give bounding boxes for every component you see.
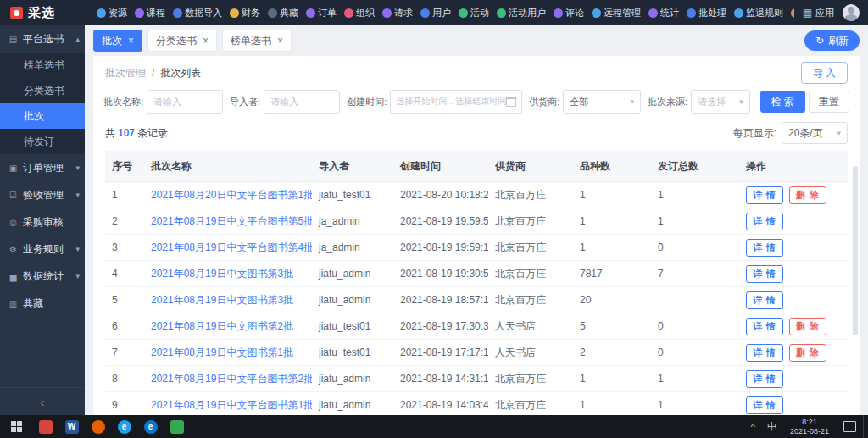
green-app-icon[interactable]	[164, 415, 190, 438]
supplier-select[interactable]: 全部 ▾	[563, 90, 641, 114]
reset-button[interactable]: 重置	[809, 91, 849, 113]
batch-name-link[interactable]: 2021年08月19日中文平台图书第1批	[151, 399, 312, 411]
column-header: 序号	[105, 151, 144, 182]
sidebar-item-platform-book-selection[interactable]: ▤平台选书▴	[0, 25, 85, 53]
edge-icon[interactable]: e	[137, 415, 164, 438]
topbar-item-finance[interactable]: 财务	[230, 7, 260, 19]
show-desktop-button[interactable]	[863, 415, 868, 438]
word-icon[interactable]: W	[58, 415, 85, 438]
batch-name-link[interactable]: 2021年08月19日中文平台图书第4批	[151, 241, 312, 253]
topbar-item-label: 资源	[108, 7, 127, 19]
topbar-item-orders[interactable]: 订单	[306, 7, 337, 19]
topbar-item-data-import[interactable]: 数据导入	[173, 7, 222, 19]
cell-supplier: 人天书店	[488, 313, 573, 340]
breadcrumb-parent[interactable]: 批次管理	[105, 66, 146, 80]
tab-batch[interactable]: 批次×	[93, 30, 142, 52]
importer-input[interactable]	[264, 90, 340, 114]
detail-button[interactable]: 详 情	[746, 370, 783, 388]
apps-menu-button[interactable]: ▦ 应用	[803, 7, 834, 19]
firefox-icon[interactable]	[85, 415, 111, 438]
cell-batch-name: 2021年08月20日中文平台图书第1批	[144, 182, 312, 208]
taskbar-clock[interactable]: 8:21 2021-08-21	[782, 418, 837, 436]
windows-start-button[interactable]	[0, 415, 32, 438]
topbar-item-monitor-rules[interactable]: 监退规则	[734, 7, 783, 19]
close-icon[interactable]: ×	[203, 35, 209, 47]
sidebar-item-business-rules[interactable]: ⚙业务规则▾	[0, 236, 85, 263]
batch-name-link[interactable]: 2021年08月20日中文平台图书第1批	[151, 189, 312, 201]
topbar-item-users[interactable]: 用户	[420, 7, 451, 19]
date-range-picker[interactable]: 选择开始时间 → 选择结束时间	[390, 90, 522, 114]
import-button[interactable]: 导 入	[801, 62, 848, 84]
detail-button[interactable]: 详 情	[746, 344, 783, 362]
app-logo[interactable]: 采选	[0, 5, 92, 21]
topbar-item-batch-processing[interactable]: 批处理	[687, 7, 726, 19]
sidebar-item-label: 分类选书	[24, 84, 64, 98]
table-row: 92021年08月19日中文平台图书第1批jiatu_admin2021-08-…	[105, 392, 848, 416]
batch-source-select[interactable]: 请选择 ▾	[691, 90, 750, 114]
user-avatar[interactable]	[843, 4, 860, 21]
batch-source-placeholder: 请选择	[698, 96, 726, 108]
sidebar-item-archive[interactable]: ▥典藏	[0, 290, 85, 317]
detail-button[interactable]: 详 情	[746, 265, 783, 283]
detail-button[interactable]: 详 情	[746, 239, 783, 257]
sidebar-item-pending-order[interactable]: 待发订	[0, 129, 85, 154]
refresh-icon: ↻	[815, 35, 824, 47]
detail-button[interactable]: 详 情	[746, 318, 783, 335]
topbar-item-organization[interactable]: 组织	[344, 7, 375, 19]
topbar-item-statistics[interactable]: 统计	[648, 7, 679, 19]
refresh-button[interactable]: ↻ 刷新	[804, 30, 860, 51]
ime-indicator[interactable]: 中	[761, 420, 782, 433]
close-icon[interactable]: ×	[128, 35, 134, 47]
sidebar-item-purchase-audit[interactable]: ◎采购审核	[0, 208, 85, 236]
ie-icon[interactable]: e	[111, 415, 137, 438]
tab-category-selection[interactable]: 分类选书×	[147, 30, 217, 52]
cell-batch-name: 2021年08月19日中文平台图书第2批	[144, 366, 312, 392]
search-button[interactable]: 检 索	[760, 91, 805, 113]
topbar-item-activities[interactable]: 活动	[459, 7, 489, 19]
batch-name-link[interactable]: 2021年08月19日中文图书第3批	[151, 294, 293, 306]
cell-order-total: 0	[651, 340, 739, 366]
topbar-item-resources[interactable]: 资源	[97, 7, 127, 19]
table-row: 62021年08月19日中文图书第2批jiatu_test012021-08-1…	[105, 313, 848, 340]
delete-button[interactable]: 删 除	[789, 344, 826, 362]
vertical-scrollbar[interactable]	[853, 166, 858, 335]
cell-supplier: 北京百万庄	[488, 366, 573, 392]
batch-name-link[interactable]: 2021年08月19日中文图书第2批	[151, 320, 293, 332]
delete-button[interactable]: 删 除	[789, 318, 826, 335]
batch-name-link[interactable]: 2021年08月19日中文平台图书第2批	[151, 373, 312, 385]
detail-button[interactable]: 详 情	[746, 213, 783, 230]
sidebar-collapse-button[interactable]: ‹	[0, 387, 85, 415]
topbar-item-collection[interactable]: 典藏	[268, 7, 298, 19]
table-row: 12021年08月20日中文平台图书第1批jiatu_test012021-08…	[105, 182, 848, 208]
topbar-item-activity-users[interactable]: 活动用户	[497, 7, 546, 19]
detail-button[interactable]: 详 情	[746, 396, 783, 414]
red-app-icon[interactable]	[32, 415, 58, 438]
sidebar-item-category-selection[interactable]: 分类选书	[0, 78, 85, 103]
delete-button[interactable]: 删 除	[789, 186, 826, 204]
cell-variety-count: 1	[573, 366, 651, 392]
page-size-select[interactable]: 20条/页 ▾	[782, 122, 848, 144]
finance-icon	[230, 8, 239, 18]
sidebar-item-acceptance-management[interactable]: ☑验收管理▾	[0, 181, 85, 208]
close-icon[interactable]: ×	[277, 35, 283, 47]
batch-name-input[interactable]	[147, 90, 223, 114]
topbar-item-remote-management[interactable]: 远程管理	[592, 7, 641, 19]
detail-button[interactable]: 详 情	[746, 291, 783, 309]
cell-batch-name: 2021年08月19日中文平台图书第4批	[144, 235, 312, 261]
tab-ranking-selection[interactable]: 榜单选书×	[222, 30, 292, 52]
detail-button[interactable]: 详 情	[746, 186, 783, 204]
sidebar-item-order-management[interactable]: ▣订单管理▾	[0, 154, 85, 181]
topbar-item-requests[interactable]: 请求	[382, 7, 413, 19]
column-header: 供货商	[488, 151, 573, 182]
sidebar-item-batch[interactable]: 批次	[0, 103, 85, 129]
tray-expand-icon[interactable]: ^	[745, 422, 761, 432]
action-center-icon[interactable]	[843, 421, 856, 432]
topbar-item-courses[interactable]: 课程	[135, 7, 165, 19]
batch-name-link[interactable]: 2021年08月19日中文图书第1批	[151, 347, 293, 358]
sidebar-item-ranking-selection[interactable]: 榜单选书	[0, 53, 85, 78]
chevron-up-icon: ▴	[75, 35, 80, 43]
topbar-item-comments[interactable]: 评论	[554, 7, 584, 19]
batch-name-link[interactable]: 2021年08月19日中文平台图书第5批	[151, 215, 312, 227]
batch-name-link[interactable]: 2021年08月19日中文图书第3批	[151, 268, 293, 280]
sidebar-item-data-statistics[interactable]: ▅数据统计▾	[0, 263, 85, 290]
